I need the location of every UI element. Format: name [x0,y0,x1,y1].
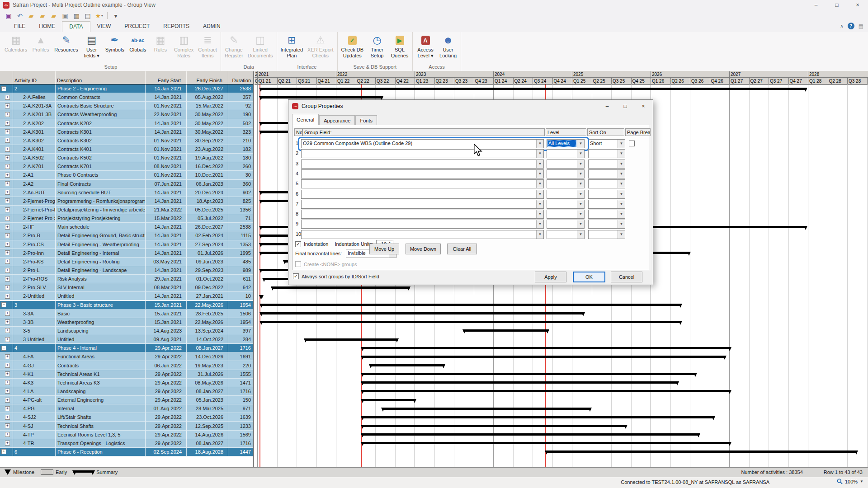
favorites-icon[interactable]: ★▾ [94,11,104,21]
level-dropdown[interactable]: ▼ [547,149,585,158]
table-row[interactable]: +2-A.K701Contracts K70108.Nov.202116.Dec… [0,162,254,171]
group-field-dropdown[interactable]: ▼ [301,220,544,229]
summary-bar[interactable] [370,364,445,366]
move-down-button[interactable]: Move Down [406,244,441,254]
zoom-dropdown-icon[interactable]: ▼ [860,479,863,483]
summary-bar[interactable] [382,408,591,410]
save-as-icon[interactable]: ▣ [60,11,70,21]
table-icon[interactable]: ▦ [71,11,81,21]
summary-bar[interactable] [260,321,681,323]
close-button[interactable]: × [847,0,868,10]
collapse-box-icon[interactable]: − [1,346,6,351]
table-row[interactable]: +2-A.K201-3AContracts Basic Structure01.… [0,102,254,110]
summary-bar[interactable] [362,416,714,418]
help-icon[interactable]: ? [848,23,854,29]
table-row[interactable]: +2-A.FellesCommon Contracts14.Jan.202105… [0,93,254,102]
expand-box-icon[interactable]: + [5,415,10,420]
undo-icon[interactable]: ↶ [15,11,25,21]
table-row[interactable]: +2-A1Phase 0 Contracts01.Nov.202110.Dec.… [0,171,254,179]
group-field-dropdown[interactable]: ▼ [301,190,544,199]
ok-button[interactable]: OK [573,272,605,282]
expand-box-icon[interactable]: + [5,112,10,117]
collapse-ribbon-icon[interactable]: ∧ [840,23,843,28]
level-dropdown[interactable]: ▼ [547,210,585,219]
table-row[interactable]: +2-A.K301Contracts K30114.Jan.202130.May… [0,128,254,136]
group-field-dropdown[interactable]: ▼ [301,149,544,158]
dialog-tab-general[interactable]: General [292,114,319,125]
table-row[interactable]: +3-3BWeatherproofing15.Jan.202122.May.20… [0,318,254,327]
tab-view[interactable]: VIEW [90,21,118,32]
collapse-box-icon[interactable]: − [1,86,6,91]
integrated-plan-button[interactable]: ⊞IntegratedPlan [278,33,306,58]
dialog-close-button[interactable]: × [634,100,652,112]
table-row[interactable]: +4-FAFunctional Areas29.Apr.202214.Dec.2… [0,352,254,361]
expand-box-icon[interactable]: + [5,216,10,221]
resources-button[interactable]: ✎Resources [52,33,80,53]
expand-box-icon[interactable]: + [5,190,10,195]
cancel-button[interactable]: Cancel [611,272,642,282]
tab-project[interactable]: PROJECT [118,21,156,32]
summary-bar[interactable] [272,286,410,289]
expand-box-icon[interactable]: + [5,95,10,100]
dialog-minimize-button[interactable]: – [598,100,616,112]
summary-bar[interactable] [362,390,731,392]
tab-reports[interactable]: REPORTS [156,21,196,32]
sort-on-dropdown[interactable]: ▼ [588,200,625,209]
table-row[interactable]: +2-Fjernet-Pro-StyrProsjektstyring Prosj… [0,214,254,223]
expand-box-icon[interactable]: + [5,328,10,333]
expand-box-icon[interactable]: + [1,449,6,454]
expand-box-icon[interactable]: + [5,173,10,178]
expand-box-icon[interactable]: + [5,423,10,428]
ribbon-layout-icon[interactable]: ▤ [859,23,863,29]
expand-box-icon[interactable]: + [5,250,10,255]
table-row[interactable]: +4-SJ2Lift/Stair Shafts29.Apr.202223.Oct… [0,413,254,422]
table-row[interactable]: +3-UntitledUntitled09.Aug.202114.Oct.202… [0,335,254,344]
table-row[interactable]: +2-A.K202Contracts K20214.Jan.202130.May… [0,119,254,128]
table-row[interactable]: +2-An-BUTSourcing schedulle BUT14.Jan.20… [0,188,254,197]
maximize-button[interactable]: □ [826,0,847,10]
globals-button[interactable]: ab·acGlobals [127,33,149,53]
table-row[interactable]: +2-Fjernet-Pro-IDetaljprosjektering - In… [0,206,254,214]
user-locking-button[interactable]: ☻UserLocking [437,33,459,58]
expand-box-icon[interactable]: + [5,389,10,394]
level-dropdown[interactable]: ▼ [547,220,585,229]
sort-on-dropdown[interactable]: ▼ [588,210,625,219]
level-dropdown[interactable]: ▼ [547,169,585,178]
summary-bar[interactable] [260,96,382,99]
table-row[interactable]: +2-Pro-KSDetail Engineering - Roofing03.… [0,258,254,266]
summary-bar[interactable] [463,329,548,332]
table-row[interactable]: +4-TRTransport Openings - Logistics29.Ap… [0,439,254,448]
dialog-maximize-button[interactable]: □ [616,100,634,112]
always-sort-checkbox[interactable]: ✓ [293,273,299,279]
tab-data[interactable]: DATA [62,21,90,32]
column-header-early-start[interactable]: Early Start [146,71,187,84]
expand-box-icon[interactable]: + [5,380,10,385]
table-row[interactable]: +2-UntitledUntitled14.Jan.202127.Jan.202… [0,292,254,300]
check-db-updates-button[interactable]: ✓Check DBUpdates [339,33,366,58]
expand-box-icon[interactable]: + [5,233,10,238]
expand-box-icon[interactable]: + [5,242,10,247]
expand-box-icon[interactable]: + [5,155,10,160]
table-row[interactable]: +4-SJTechnical Shafts29.Apr.202212.Sep.2… [0,422,254,430]
expand-box-icon[interactable]: + [5,432,10,437]
table-row[interactable]: +4-K3Technical Areas K329.Apr.202208.May… [0,379,254,387]
sort-on-dropdown[interactable]: ▼ [588,230,625,239]
expand-box-icon[interactable]: + [5,398,10,403]
table-row[interactable]: +4-K1Technical Areas K129.Apr.202231.Jul… [0,370,254,379]
print-preview-icon[interactable]: ▤ [83,11,93,21]
expand-box-icon[interactable]: + [5,198,10,203]
table-row[interactable]: +4-PGInternal01.Aug.202228.Mar.2025971 [0,404,254,413]
import-folder-icon[interactable]: ▰ [49,11,59,21]
summary-bar[interactable] [362,425,627,427]
level-dropdown[interactable]: ▼ [547,179,585,188]
column-header-duration[interactable]: Duration [228,71,254,84]
table-row[interactable]: +3-5Landscapeing14.Aug.202313.Sep.202439… [0,327,254,335]
new-folder-icon[interactable]: ▰ [26,11,36,21]
expand-box-icon[interactable]: + [5,294,10,299]
table-row[interactable]: +2-A.K401Contracts K40101.Nov.202123.Aug… [0,145,254,154]
sort-on-dropdown[interactable]: ▼ [588,149,625,158]
summary-bar[interactable] [260,295,263,297]
zoom-level[interactable]: 100% [845,479,858,484]
column-header-description[interactable]: Description [56,71,146,84]
table-row[interactable]: −3Phase 3 - Basic structure15.Jan.202122… [0,301,254,310]
